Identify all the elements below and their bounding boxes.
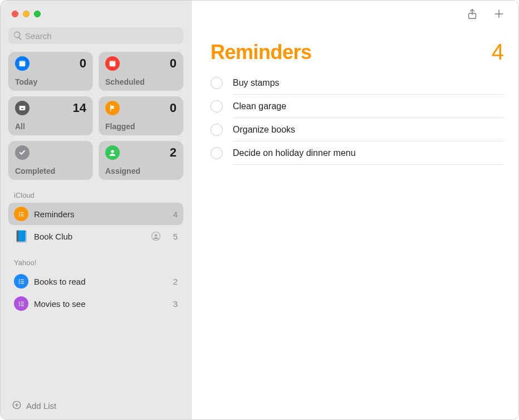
close-window-button[interactable] xyxy=(12,11,18,17)
section-header: Yahoo! xyxy=(14,258,183,267)
add-list-button[interactable]: Add List xyxy=(8,393,183,419)
svg-point-5 xyxy=(18,212,19,213)
fullscreen-window-button[interactable] xyxy=(34,11,41,17)
svg-point-4 xyxy=(111,150,114,153)
smart-card-scheduled[interactable]: 0Scheduled xyxy=(99,52,183,91)
list-title: Reminders xyxy=(210,41,312,64)
smart-count: 2 xyxy=(170,145,177,160)
tray-icon xyxy=(15,101,30,115)
reminder-items: Buy stampsClean garageOrganize booksDeci… xyxy=(192,68,518,165)
reminder-row[interactable]: Organize books xyxy=(192,118,518,141)
check-icon xyxy=(15,145,30,160)
list-bullet-icon xyxy=(14,274,28,289)
list-name: Books to read xyxy=(34,277,164,286)
add-list-label: Add List xyxy=(26,401,56,411)
window-controls xyxy=(8,1,183,25)
sidebar-list-item[interactable]: 📘Book Club5 xyxy=(8,225,183,247)
svg-rect-24 xyxy=(21,305,24,306)
smart-label: Today xyxy=(15,77,86,86)
share-button[interactable] xyxy=(465,8,479,22)
calendar-icon xyxy=(105,56,120,71)
svg-rect-16 xyxy=(21,279,24,280)
smart-label: Completed xyxy=(15,167,86,175)
smart-lists-grid: 0Today0Scheduled14All0FlaggedCompleted2A… xyxy=(8,52,183,180)
list-count: 2 xyxy=(170,277,178,286)
svg-point-14 xyxy=(18,281,19,282)
list-name: Reminders xyxy=(34,209,164,219)
plus-circle-icon xyxy=(12,400,22,412)
svg-point-12 xyxy=(155,234,158,237)
svg-rect-3 xyxy=(110,61,116,62)
reminder-text: Organize books xyxy=(233,125,295,135)
shared-icon xyxy=(151,231,161,241)
smart-label: Scheduled xyxy=(105,77,177,86)
smart-count: 0 xyxy=(170,56,177,71)
reminder-text: Clean garage xyxy=(233,101,286,111)
list-count: 4 xyxy=(170,209,178,219)
sidebar-lists: iCloudReminders4📘Book Club5Yahoo!Books t… xyxy=(8,180,183,315)
complete-toggle[interactable] xyxy=(210,100,223,113)
svg-rect-17 xyxy=(21,281,24,281)
share-icon xyxy=(466,8,478,22)
complete-toggle[interactable] xyxy=(210,124,223,136)
add-reminder-button[interactable] xyxy=(492,8,506,22)
svg-rect-9 xyxy=(21,213,24,214)
list-name: Movies to see xyxy=(34,299,164,309)
smart-card-flagged[interactable]: 0Flagged xyxy=(99,96,183,135)
svg-point-6 xyxy=(18,213,19,214)
smart-count: 14 xyxy=(73,101,86,115)
search-wrap xyxy=(8,27,183,44)
svg-rect-23 xyxy=(21,303,24,304)
svg-rect-8 xyxy=(21,212,24,212)
list-total-count: 4 xyxy=(492,40,504,65)
list-name: Book Club xyxy=(34,232,145,241)
sidebar: 0Today0Scheduled14All0FlaggedCompleted2A… xyxy=(1,1,192,419)
section-header: iCloud xyxy=(14,191,183,199)
smart-card-today[interactable]: 0Today xyxy=(8,52,93,91)
minimize-window-button[interactable] xyxy=(23,11,30,17)
sidebar-list-item[interactable]: Books to read2 xyxy=(8,270,183,292)
svg-rect-22 xyxy=(21,301,24,302)
complete-toggle[interactable] xyxy=(210,147,223,159)
smart-card-assigned[interactable]: 2Assigned xyxy=(99,141,183,180)
list-count: 3 xyxy=(170,299,178,309)
main-panel: Reminders 4 Buy stampsClean garageOrgani… xyxy=(192,1,518,419)
list-bullet-icon xyxy=(14,296,28,311)
svg-point-13 xyxy=(18,279,19,280)
reminder-row[interactable]: Decide on holiday dinner menu xyxy=(192,141,518,165)
reminder-row[interactable]: Buy stamps xyxy=(192,71,518,95)
reminder-text: Decide on holiday dinner menu xyxy=(233,148,356,158)
calendar-icon xyxy=(15,56,30,71)
svg-point-21 xyxy=(18,305,19,306)
smart-label: All xyxy=(15,122,86,131)
svg-point-7 xyxy=(18,215,19,216)
svg-point-20 xyxy=(18,303,19,304)
smart-card-all[interactable]: 14All xyxy=(8,96,93,135)
smart-card-completed[interactable]: Completed xyxy=(8,141,93,180)
search-input[interactable] xyxy=(8,27,183,44)
svg-point-15 xyxy=(18,282,19,284)
app-window: 0Today0Scheduled14All0FlaggedCompleted2A… xyxy=(0,0,519,420)
smart-count: 0 xyxy=(170,101,177,115)
reminder-text: Buy stamps xyxy=(233,78,280,88)
list-count: 5 xyxy=(170,232,178,241)
flag-icon xyxy=(105,101,120,115)
sidebar-list-item[interactable]: Reminders4 xyxy=(8,203,183,225)
smart-label: Assigned xyxy=(105,167,177,175)
person-icon xyxy=(105,145,120,160)
svg-rect-1 xyxy=(19,61,26,62)
svg-point-19 xyxy=(18,301,19,302)
smart-count: 0 xyxy=(80,56,86,71)
complete-toggle[interactable] xyxy=(210,77,223,89)
smart-label: Flagged xyxy=(105,122,177,131)
list-bullet-icon xyxy=(14,207,28,221)
svg-rect-18 xyxy=(21,283,24,284)
toolbar xyxy=(192,1,518,30)
svg-rect-10 xyxy=(21,216,24,216)
list-header: Reminders 4 xyxy=(192,30,518,68)
book-emoji-icon: 📘 xyxy=(14,229,28,243)
reminder-row[interactable]: Clean garage xyxy=(192,95,518,118)
sidebar-list-item[interactable]: Movies to see3 xyxy=(8,292,183,315)
plus-icon xyxy=(493,8,505,22)
